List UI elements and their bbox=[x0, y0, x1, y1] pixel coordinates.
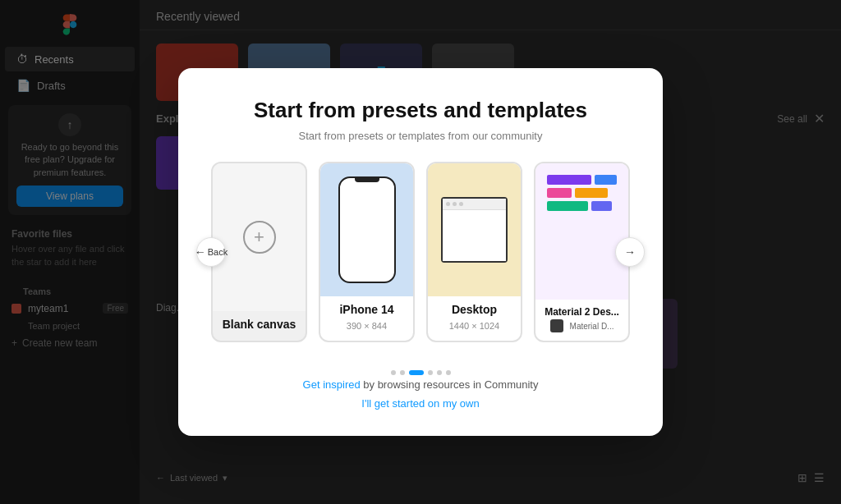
mat-block-6 bbox=[591, 201, 612, 211]
arrow-left-icon: ← bbox=[195, 245, 206, 259]
material-preview bbox=[535, 163, 628, 300]
mat-row-1 bbox=[547, 175, 617, 185]
material-label: Material 2 Des... Material D... bbox=[545, 300, 619, 341]
material-author: Material D... bbox=[545, 319, 619, 332]
mat-row-3 bbox=[547, 201, 617, 211]
community-text: Get inspired by browsing resources in Co… bbox=[303, 378, 539, 391]
desktop-titlebar bbox=[443, 199, 506, 210]
mat-row-2 bbox=[547, 188, 617, 198]
iphone-label: iPhone 14 390 × 844 bbox=[339, 296, 393, 341]
modal-title: Start from presets and templates bbox=[254, 98, 587, 123]
modal-subtitle: Start from presets or templates from our… bbox=[299, 130, 543, 142]
mat-block-2 bbox=[595, 175, 617, 185]
dot-3 bbox=[459, 202, 463, 206]
dot-4[interactable] bbox=[437, 370, 442, 375]
mat-block-4 bbox=[575, 188, 608, 198]
dot-0[interactable] bbox=[391, 370, 396, 375]
community-icon bbox=[550, 319, 563, 332]
dot-3[interactable] bbox=[428, 370, 433, 375]
mat-block-1 bbox=[547, 175, 591, 185]
modal: Start from presets and templates Start f… bbox=[178, 68, 663, 436]
desktop-body bbox=[443, 210, 506, 261]
blank-canvas-preview: + bbox=[213, 163, 306, 311]
dot-1[interactable] bbox=[400, 370, 405, 375]
iphone-notch bbox=[355, 178, 379, 182]
community-link[interactable]: Get inspired bbox=[303, 378, 361, 391]
carousel-dots bbox=[391, 370, 451, 375]
mat-block-3 bbox=[547, 188, 572, 198]
material-preview-img bbox=[540, 168, 623, 295]
dot-1 bbox=[446, 202, 450, 206]
dot-2-active[interactable] bbox=[409, 370, 424, 375]
modal-footer: Get inspired by browsing resources in Co… bbox=[303, 378, 539, 410]
blank-canvas-label: Blank canvas bbox=[223, 311, 296, 341]
desktop-preview bbox=[428, 163, 521, 296]
desktop-mockup bbox=[441, 197, 508, 263]
plus-icon: + bbox=[243, 221, 276, 254]
dot-5[interactable] bbox=[446, 370, 451, 375]
solo-link[interactable]: I'll get started on my own bbox=[361, 397, 479, 410]
modal-overlay[interactable]: Start from presets and templates Start f… bbox=[0, 0, 841, 504]
forward-button[interactable]: → bbox=[615, 237, 645, 267]
desktop-label: Desktop 1440 × 1024 bbox=[449, 296, 499, 341]
iphone-mockup bbox=[338, 176, 396, 283]
template-desktop[interactable]: Desktop 1440 × 1024 bbox=[426, 162, 522, 342]
dot-2 bbox=[453, 202, 457, 206]
arrow-right-icon: → bbox=[624, 245, 636, 259]
back-button[interactable]: ← Back bbox=[196, 237, 226, 267]
template-iphone14[interactable]: iPhone 14 390 × 844 bbox=[319, 162, 415, 342]
iphone-preview bbox=[320, 163, 413, 296]
templates-row: ← Back + Blank canvas bbox=[211, 162, 630, 342]
mat-block-5 bbox=[547, 201, 588, 211]
